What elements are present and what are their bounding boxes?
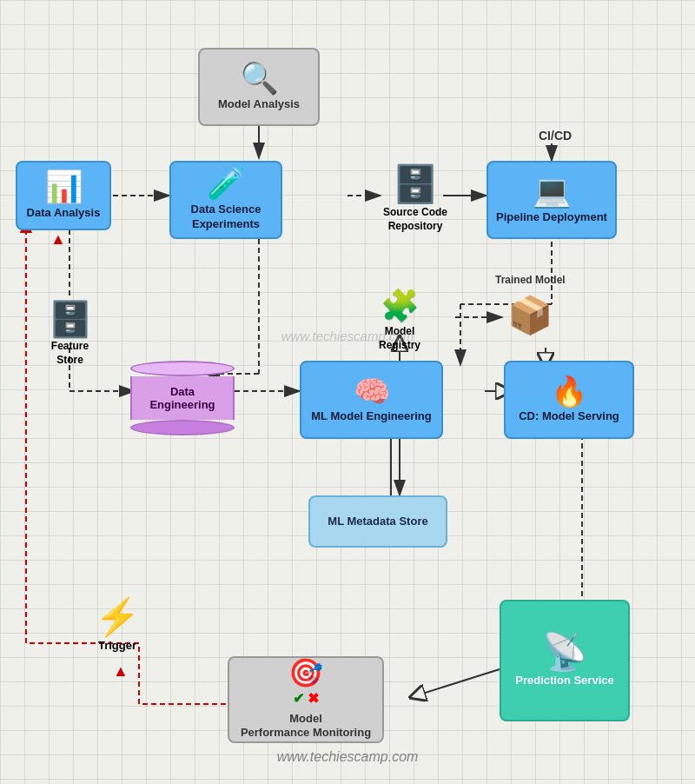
model-performance-label: Model Performance Monitoring [241,712,371,741]
model-performance-icon: 🎯 [288,659,323,687]
data-analysis-label: Data Analysis [27,206,101,221]
prediction-service-icon: 📡 [542,634,587,670]
data-analysis-icon: 📊 [44,171,83,203]
feature-store-label: Feature Store [51,340,89,367]
ml-metadata-store-label: ML Metadata Store [328,515,427,529]
data-analysis-node: 📊 Data Analysis [16,161,111,230]
source-code-icon: 🗄️ [393,166,438,203]
prediction-service-node: 📡 Prediction Service [500,600,630,721]
trained-model-ext-label: Trained Model [495,274,566,286]
pipeline-deployment-node: 💻 Pipeline Deployment [486,161,617,239]
trigger-node: ⚡ Trigger [83,591,152,661]
data-engineering-label: Data Engineering [130,376,235,420]
trained-model-node: 📦 [504,291,556,343]
source-code-label: Source Code Repository [383,206,447,233]
data-science-node: 🧪 Data Science Experiments [169,161,282,239]
data-science-label: Data Science Experiments [191,203,261,232]
ml-model-engineering-node: 🧠 ML Model Engineering [300,361,443,439]
ml-metadata-store-node: ML Metadata Store [308,495,447,548]
model-analysis-node: 🔍 Model Analysis [198,48,320,126]
source-code-node: 🗄️ Source Code Repository [381,161,450,239]
data-science-icon: 🧪 [207,168,246,199]
pipeline-deployment-icon: 💻 [533,176,572,207]
data-engineering-node: Data Engineering [130,361,235,435]
model-analysis-label: Model Analysis [218,97,300,112]
prediction-service-label: Prediction Service [515,674,613,688]
diagram-canvas: 🔍 Model Analysis 📊 Data Analysis ▲ 🧪 Dat… [0,0,695,784]
data-analysis-alert: ▲ [50,230,66,249]
model-analysis-icon: 🔍 [240,63,279,94]
cd-model-serving-node: 🔥 CD: Model Serving [504,361,634,439]
trigger-label: Trigger [98,639,136,654]
ml-model-engineering-icon: 🧠 [354,376,390,406]
model-registry-label: Model Registry [379,325,420,352]
svg-line-27 [417,669,500,695]
watermark-bottom: www.techiescamp.com [277,749,419,765]
cylinder-bottom [130,420,235,435]
cylinder-top [130,361,235,376]
model-performance-node: 🎯 ✔ ✖ Model Performance Monitoring [228,656,384,743]
pipeline-deployment-label: Pipeline Deployment [496,210,607,225]
trained-model-icon: 📦 [507,297,553,334]
model-registry-node: 🧩 Model Registry [356,287,443,356]
cd-model-serving-label: CD: Model Serving [519,409,619,424]
trigger-alert: ▲ [113,662,129,681]
feature-store-icon: 🗄️ [49,302,92,336]
model-registry-icon: 🧩 [381,290,420,322]
trigger-icon: ⚡ [95,599,140,635]
cd-model-serving-icon: 🔥 [551,376,587,406]
feature-store-node: 🗄️ Feature Store [33,296,107,374]
ml-model-engineering-label: ML Model Engineering [311,409,431,424]
cicd-label: CI/CD [539,129,572,143]
